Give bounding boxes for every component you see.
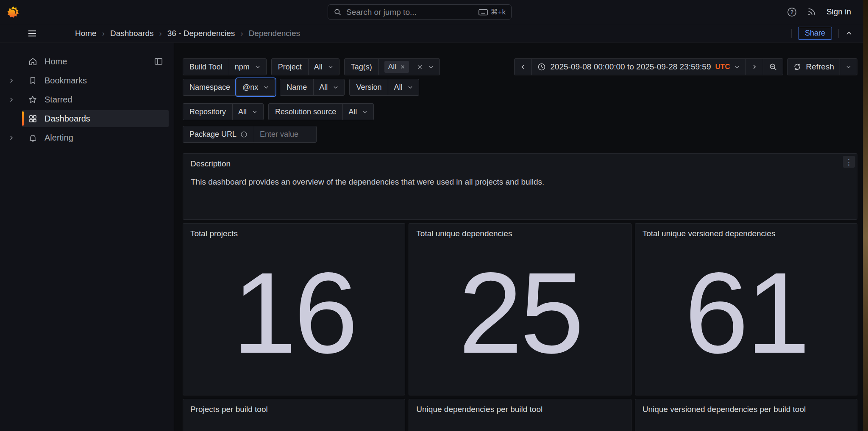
sidebar-item-bookmarks[interactable]: Bookmarks: [22, 72, 169, 89]
help-icon[interactable]: ?: [787, 7, 797, 17]
grafana-logo-icon[interactable]: [7, 6, 19, 18]
filter-project: Project All: [271, 58, 339, 75]
news-rss-icon[interactable]: [807, 7, 816, 17]
panel-title[interactable]: Total unique dependencies: [409, 224, 631, 238]
sidebar-item-alerting[interactable]: Alerting: [22, 129, 169, 146]
filter-name: Name All: [280, 79, 345, 96]
bottom-panel-row: Projects per build tool Unique dependenc…: [183, 399, 857, 431]
breadcrumb-bar: Home › Dashboards › 36 - Dependencies › …: [0, 24, 863, 43]
panel-projects-per-build-tool: Projects per build tool: [183, 399, 405, 431]
dashboard-canvas: Build Tool npm Project All Tag: [175, 43, 863, 431]
filter-build-tool: Build Tool npm: [183, 58, 267, 75]
time-shift-forward-button[interactable]: [746, 59, 763, 75]
chevron-right-icon: ›: [159, 29, 161, 38]
expand-chevron-icon[interactable]: [0, 135, 22, 141]
filter-version: Version All: [349, 79, 419, 96]
tags-multiselect[interactable]: All: [379, 59, 440, 75]
panel-title[interactable]: Unique dependencies per build tool: [409, 399, 631, 414]
description-text: This dashboard provides an overview of t…: [183, 169, 857, 196]
panel-title[interactable]: Total projects: [183, 224, 405, 238]
sign-in-button[interactable]: Sign in: [826, 7, 851, 17]
collapse-chevron-up-icon[interactable]: [845, 30, 853, 37]
chevron-down-icon: [428, 64, 434, 70]
expand-chevron-icon[interactable]: [0, 97, 22, 103]
breadcrumb-dashboards[interactable]: Dashboards: [110, 29, 153, 38]
panel-title[interactable]: Projects per build tool: [183, 399, 405, 414]
keyboard-icon: [479, 9, 488, 16]
dock-sidebar-icon[interactable]: [154, 57, 163, 66]
share-button[interactable]: Share: [798, 27, 832, 40]
sidebar-row-dashboards: Dashboards: [0, 110, 169, 127]
repository-select[interactable]: All: [233, 104, 263, 120]
remove-tag-icon[interactable]: [400, 64, 405, 69]
chevron-down-icon: [255, 64, 261, 70]
top-bar: ⌘+k ? Sign in: [0, 0, 863, 24]
panel-unique-dependencies-per-build-tool: Unique dependencies per build tool: [409, 399, 631, 431]
chevron-down-icon: [362, 109, 368, 115]
breadcrumb-folder[interactable]: 36 - Dependencies: [167, 29, 235, 38]
clock-icon: [537, 63, 546, 71]
filter-row-2: Namespace @nx Name All Version: [183, 79, 419, 96]
panel-title[interactable]: Total unique versioned dependencies: [635, 224, 857, 238]
sidebar-item-starred[interactable]: Starred: [22, 91, 169, 108]
svg-text:?: ?: [790, 9, 794, 15]
filter-row-1: Build Tool npm Project All Tag: [183, 58, 440, 75]
expand-chevron-icon[interactable]: [0, 77, 22, 84]
filter-tags: Tag(s) All: [344, 58, 440, 75]
sidebar-row-starred: Starred: [0, 91, 169, 108]
panel-title[interactable]: Description: [183, 154, 857, 169]
chevron-down-icon: [734, 64, 740, 70]
project-select[interactable]: All: [309, 59, 339, 75]
divider: [791, 29, 792, 38]
filter-label: Version: [350, 79, 388, 95]
filter-repository: Repository All: [183, 103, 264, 120]
sidebar: Home Bookmarks: [0, 43, 174, 431]
chevron-down-icon: [407, 84, 413, 90]
stat-panel-unique-versioned-dependencies: Total unique versioned dependencies 61: [635, 223, 857, 395]
refresh-button[interactable]: Refresh: [787, 59, 840, 75]
chevron-down-icon: [333, 84, 339, 90]
sidebar-row-home: Home: [0, 53, 169, 70]
filter-resolution-source: Resolution source All: [268, 103, 374, 120]
chevron-right-icon: ›: [102, 29, 105, 38]
filter-label: Name: [280, 79, 314, 95]
chevron-down-icon: [252, 109, 258, 115]
sidebar-item-home[interactable]: Home: [22, 53, 169, 70]
search-input[interactable]: [346, 8, 474, 17]
time-range-group: 2025-09-08 00:00:00 to 2025-09-28 23:59:…: [514, 58, 783, 75]
breadcrumb-home[interactable]: Home: [75, 29, 97, 38]
sidebar-item-label: Alerting: [45, 133, 73, 143]
search-bar[interactable]: ⌘+k: [328, 4, 512, 20]
panel-title[interactable]: Unique versioned dependencies per build …: [635, 399, 857, 414]
build-tool-select[interactable]: npm: [229, 59, 266, 75]
chevron-down-icon: [263, 84, 269, 90]
namespace-select[interactable]: @nx: [237, 79, 275, 95]
bookmark-icon: [28, 76, 38, 85]
breadcrumb: Home › Dashboards › 36 - Dependencies › …: [75, 24, 300, 42]
sidebar-item-dashboards[interactable]: Dashboards: [22, 110, 169, 127]
zoom-out-time-button[interactable]: [763, 59, 783, 75]
filter-label: Tag(s): [345, 59, 379, 75]
clear-all-icon[interactable]: [417, 64, 423, 70]
time-shift-back-button[interactable]: [515, 59, 531, 75]
time-range-picker[interactable]: 2025-09-08 00:00:00 to 2025-09-28 23:59:…: [531, 59, 746, 75]
stat-panel-total-projects: Total projects 16: [183, 223, 405, 395]
home-icon: [28, 57, 38, 66]
stat-value: 16: [183, 238, 405, 395]
tag-chip[interactable]: All: [384, 61, 409, 73]
name-select[interactable]: All: [314, 79, 344, 95]
filter-row-3: Repository All Resolution source All: [183, 103, 374, 120]
menu-toggle-icon[interactable]: [27, 28, 37, 39]
filter-label: Namespace: [183, 79, 237, 95]
breadcrumb-current: Dependencies: [249, 29, 300, 38]
refresh-interval-dropdown[interactable]: [840, 59, 857, 75]
panel-menu-kebab-icon[interactable]: ⋮: [843, 156, 855, 168]
resolution-source-select[interactable]: All: [343, 104, 373, 120]
version-select[interactable]: All: [388, 79, 419, 95]
package-url-input[interactable]: [254, 126, 316, 142]
sidebar-row-alerting: Alerting: [0, 129, 169, 146]
info-icon[interactable]: [240, 131, 248, 138]
filter-label: Resolution source: [269, 104, 343, 120]
chevron-down-icon: [328, 64, 334, 70]
bell-icon: [28, 133, 38, 142]
